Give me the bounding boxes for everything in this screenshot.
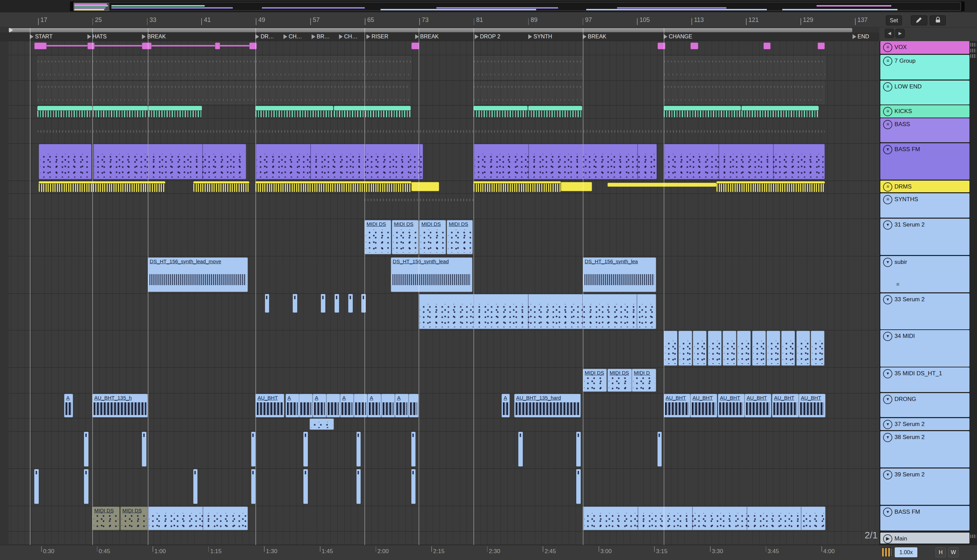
arrangement-overview[interactable]: [70, 2, 965, 11]
previous-locator-button[interactable]: ◀: [885, 29, 894, 38]
clip[interactable]: [37, 106, 92, 117]
track-header-drong[interactable]: ▾DRONG: [880, 393, 969, 417]
track-header-main[interactable]: ▶Main: [880, 533, 969, 543]
track-collapse-icon[interactable]: ▾: [883, 470, 892, 480]
locator-break[interactable]: BREAK: [583, 33, 607, 41]
clip[interactable]: [473, 181, 561, 192]
locator-end[interactable]: END: [852, 33, 869, 41]
lock-button[interactable]: [930, 15, 946, 25]
clip[interactable]: [357, 432, 361, 467]
clip[interactable]: [357, 469, 361, 504]
clip[interactable]: [193, 181, 250, 192]
clip[interactable]: [84, 469, 88, 504]
clip[interactable]: [381, 394, 395, 417]
locator-ch[interactable]: CH…: [339, 33, 358, 41]
track-header-31-serum-2[interactable]: ▾31 Serum 2: [880, 218, 969, 255]
track-collapse-icon[interactable]: ▾: [883, 508, 892, 517]
clip[interactable]: [693, 331, 707, 366]
locator-riser[interactable]: RISER: [367, 33, 388, 41]
clip-a[interactable]: A: [395, 394, 408, 417]
clip[interactable]: [411, 432, 416, 467]
locator-ch[interactable]: CH…: [283, 33, 302, 41]
track-header-33-serum-2[interactable]: ▾33 Serum 2: [880, 293, 969, 329]
overview-handle-right[interactable]: [961, 2, 964, 11]
locator-break[interactable]: BREAK: [142, 33, 165, 41]
clip[interactable]: [34, 42, 47, 49]
locator-drop-2[interactable]: DROP 2: [475, 33, 500, 41]
clip[interactable]: [293, 294, 297, 313]
clip[interactable]: [215, 42, 220, 49]
track-collapse-icon[interactable]: ▾: [883, 395, 892, 404]
bar-ruler[interactable]: [0, 12, 977, 27]
clip[interactable]: [742, 106, 819, 117]
track-fold-icon[interactable]: ≡: [883, 82, 892, 92]
clip[interactable]: [723, 331, 736, 366]
clip[interactable]: [811, 331, 824, 366]
clip[interactable]: [657, 432, 662, 467]
track-collapse-icon[interactable]: ▾: [883, 295, 892, 304]
clip[interactable]: [37, 130, 825, 133]
track-header-kicks[interactable]: ≡KICKS: [880, 105, 969, 117]
clip[interactable]: [473, 106, 528, 117]
track-collapse-icon[interactable]: ▾: [883, 145, 892, 154]
clip[interactable]: [37, 56, 255, 79]
clip[interactable]: [193, 469, 198, 504]
track-header-39-serum-2[interactable]: ▾39 Serum 2: [880, 468, 969, 505]
clip[interactable]: [303, 469, 308, 504]
clip-au-bht-135-hard[interactable]: AU_BHT_135_hard: [514, 394, 581, 417]
clip[interactable]: [39, 144, 92, 180]
clip-au-bht[interactable]: AU_BHT: [718, 394, 745, 417]
clip[interactable]: [255, 56, 411, 79]
clip[interactable]: [473, 82, 582, 104]
track-header-bass[interactable]: ≡BASS: [880, 118, 969, 142]
clip[interactable]: [321, 294, 325, 313]
clip[interactable]: [664, 331, 677, 366]
draw-mode-button[interactable]: [911, 15, 927, 25]
next-locator-button[interactable]: ▶: [895, 29, 905, 38]
track-collapse-icon[interactable]: ▾: [883, 369, 892, 378]
clip[interactable]: [34, 469, 39, 504]
clip[interactable]: [408, 394, 418, 417]
clip[interactable]: [251, 469, 256, 504]
clip[interactable]: [664, 144, 825, 180]
clip[interactable]: [310, 418, 334, 430]
clip[interactable]: [717, 181, 825, 192]
clip[interactable]: [326, 394, 340, 417]
set-button[interactable]: Set: [886, 15, 902, 25]
clip[interactable]: [148, 507, 248, 530]
clip[interactable]: [690, 42, 699, 49]
clip-au-bht[interactable]: AU_BHT: [255, 394, 284, 417]
clip-midi-ds[interactable]: MIDI DS: [392, 220, 418, 254]
clip[interactable]: [664, 82, 824, 104]
overview-viewport[interactable]: [74, 2, 961, 11]
clip[interactable]: [561, 182, 592, 191]
track-header-drms[interactable]: ≡DRMS: [880, 181, 969, 192]
clip[interactable]: [348, 294, 353, 313]
track-header-35-midi-ds-ht-1[interactable]: ▾35 MIDI DS_HT_1: [880, 367, 969, 392]
clip[interactable]: [255, 106, 333, 117]
clip[interactable]: [781, 331, 795, 366]
clip[interactable]: [418, 294, 656, 329]
overview-handle-left[interactable]: [70, 2, 73, 11]
clip[interactable]: [37, 82, 254, 104]
clip[interactable]: [473, 144, 657, 180]
clip[interactable]: [93, 144, 246, 180]
clip-au-bht[interactable]: AU_BHT: [799, 394, 825, 417]
clip[interactable]: [583, 507, 826, 530]
clip[interactable]: [251, 432, 256, 467]
clip[interactable]: [354, 394, 367, 417]
play-icon[interactable]: ▶: [883, 534, 892, 543]
track-fold-icon[interactable]: ≡: [883, 120, 892, 129]
clip[interactable]: [708, 331, 722, 366]
clip[interactable]: [664, 56, 826, 79]
clip[interactable]: [335, 294, 339, 313]
clip[interactable]: [737, 331, 751, 366]
midi-indicator-icon[interactable]: [882, 548, 892, 557]
clip[interactable]: [607, 183, 717, 187]
zoom-width-button[interactable]: W: [948, 547, 959, 557]
locator-synth[interactable]: SYNTH: [528, 33, 552, 41]
zoom-height-button[interactable]: H: [935, 547, 946, 557]
track-collapse-icon[interactable]: ▾: [883, 420, 892, 429]
clip-midi-ds[interactable]: MIDI DS: [120, 507, 148, 530]
clip[interactable]: [411, 469, 416, 504]
